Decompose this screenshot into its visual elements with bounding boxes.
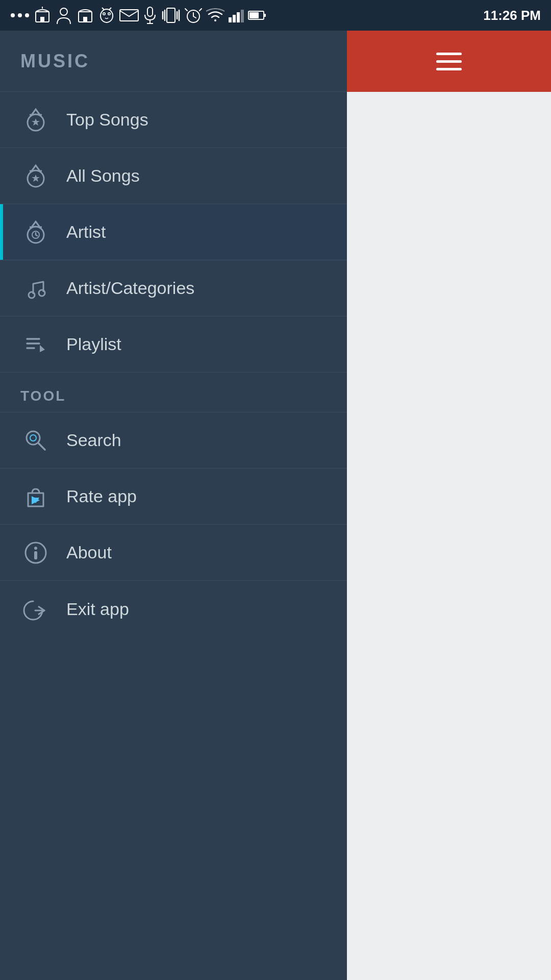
- signal-icon: [229, 8, 244, 22]
- mosque1-icon: [34, 7, 51, 24]
- svg-rect-28: [264, 14, 266, 17]
- svg-rect-26: [241, 10, 244, 22]
- top-songs-label: Top Songs: [66, 110, 148, 130]
- hamburger-line-1: [436, 53, 462, 55]
- artist-label: Artist: [66, 222, 106, 242]
- mosque2-icon: [77, 7, 94, 24]
- svg-rect-24: [233, 15, 236, 22]
- status-time: 11:26 PM: [483, 8, 541, 23]
- playlist-label: Playlist: [66, 334, 121, 354]
- sidebar-item-rate-app[interactable]: Rate app: [0, 469, 347, 525]
- app-header: MUSIC: [0, 31, 347, 92]
- svg-rect-14: [147, 7, 153, 16]
- rate-icon: [20, 481, 51, 512]
- svg-point-45: [39, 290, 45, 296]
- playlist-icon: [20, 329, 51, 360]
- svg-point-44: [29, 292, 35, 298]
- app-title: MUSIC: [20, 51, 90, 72]
- svg-rect-25: [237, 12, 240, 22]
- music-note-icon: [20, 273, 51, 304]
- sidebar-item-all-songs[interactable]: All Songs: [0, 148, 347, 204]
- gmail-icon: [119, 8, 139, 22]
- content-area: [347, 92, 551, 980]
- rate-app-label: Rate app: [66, 486, 137, 506]
- svg-marker-35: [32, 175, 40, 182]
- person-icon: [55, 7, 72, 24]
- wifi-icon: [206, 8, 224, 22]
- search-icon: [20, 425, 51, 456]
- info-icon: [20, 537, 51, 568]
- artist-categories-label: Artist/Categories: [66, 278, 194, 298]
- search-label: Search: [66, 430, 121, 450]
- mic-icon: [143, 7, 157, 24]
- sidebar: MUSIC Top Songs: [0, 31, 347, 980]
- svg-rect-13: [120, 10, 138, 21]
- hamburger-line-3: [436, 68, 462, 70]
- sidebar-item-about[interactable]: About: [0, 525, 347, 581]
- tool-section-header: TOOL: [0, 373, 347, 412]
- exit-icon: [20, 594, 51, 624]
- svg-point-5: [60, 8, 67, 15]
- svg-point-2: [25, 13, 29, 17]
- svg-rect-4: [40, 17, 44, 22]
- medal2-icon: [20, 161, 51, 191]
- svg-line-51: [38, 443, 45, 450]
- svg-rect-54: [34, 551, 37, 559]
- svg-point-1: [18, 13, 22, 17]
- svg-point-50: [30, 435, 36, 441]
- medal-clock-icon: [20, 217, 51, 248]
- main-layout: MUSIC Top Songs: [0, 31, 551, 980]
- svg-line-41: [36, 235, 37, 236]
- about-label: About: [66, 543, 112, 562]
- svg-point-12: [109, 13, 110, 15]
- battery-icon: [248, 10, 266, 21]
- svg-rect-17: [167, 8, 175, 22]
- sidebar-item-playlist[interactable]: Playlist: [0, 316, 347, 373]
- svg-rect-29: [249, 12, 259, 18]
- svg-point-8: [101, 9, 113, 22]
- status-bar: 11:26 PM: [0, 0, 551, 31]
- medal-icon: [20, 105, 51, 135]
- right-panel: [347, 31, 551, 980]
- vibrate-icon: [161, 7, 181, 24]
- status-bar-right: 11:26 PM: [483, 8, 541, 23]
- hamburger-line-2: [436, 60, 462, 63]
- status-bar-left: [10, 7, 266, 24]
- hamburger-lines: [436, 53, 462, 70]
- svg-marker-31: [32, 118, 40, 126]
- owl-icon: [98, 7, 115, 24]
- sidebar-item-search[interactable]: Search: [0, 412, 347, 469]
- sidebar-item-artist-categories[interactable]: Artist/Categories: [0, 260, 347, 316]
- svg-rect-23: [229, 17, 232, 22]
- sidebar-item-artist[interactable]: Artist: [0, 204, 347, 260]
- svg-rect-7: [83, 17, 87, 22]
- hamburger-button[interactable]: [347, 31, 551, 92]
- exit-app-label: Exit app: [66, 599, 129, 619]
- svg-point-11: [104, 13, 105, 15]
- alarm-icon: [185, 7, 202, 24]
- dots-icon: [10, 8, 30, 22]
- all-songs-label: All Songs: [66, 166, 140, 186]
- svg-point-0: [11, 13, 15, 17]
- svg-point-53: [34, 547, 37, 550]
- sidebar-item-exit-app[interactable]: Exit app: [0, 581, 347, 637]
- sidebar-item-top-songs[interactable]: Top Songs: [0, 92, 347, 148]
